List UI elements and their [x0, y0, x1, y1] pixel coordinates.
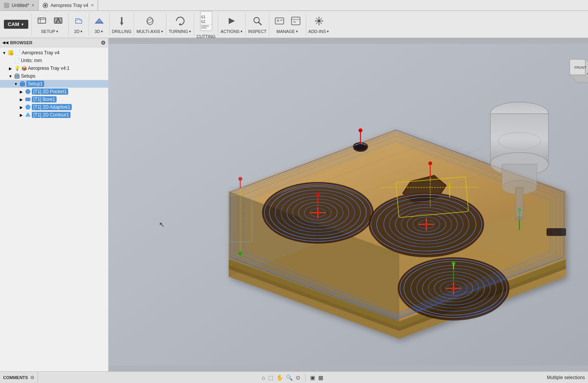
- multiaxis-btn[interactable]: [142, 15, 158, 28]
- 3d-group: 3D ▼: [89, 13, 110, 36]
- tree-toggle-component[interactable]: ▶: [8, 66, 13, 71]
- inspect-label: INSPECT: [248, 29, 267, 34]
- tree-toggle-setups[interactable]: ▼: [8, 74, 13, 78]
- svg-text:G1: G1: [201, 15, 205, 19]
- svg-point-95: [448, 182, 451, 185]
- viewport[interactable]: X Z FRONT BOTTOM ↖: [109, 38, 588, 371]
- browser-settings-icon[interactable]: ⚙: [101, 40, 106, 46]
- svg-text:FRONT: FRONT: [574, 66, 586, 69]
- setup-label: SETUP: [41, 29, 55, 34]
- tree-item-setups[interactable]: ▼ Setups: [0, 72, 108, 80]
- cam-group: CAM ▼: [2, 13, 32, 36]
- manage-icon-1: [274, 16, 285, 28]
- svg-rect-33: [26, 98, 30, 101]
- zoom-icon[interactable]: 🔍: [286, 374, 293, 381]
- tree-item-setup1[interactable]: ▼ Setup1: [0, 80, 108, 88]
- manage-group: % MANAGE ▼: [269, 13, 306, 36]
- manage-arrow-icon: ▼: [295, 30, 298, 33]
- home-icon[interactable]: ⌂: [262, 374, 265, 381]
- pan-icon[interactable]: ✋: [276, 374, 283, 381]
- svg-rect-15: [201, 28, 207, 28]
- 3d-btn[interactable]: [91, 15, 107, 28]
- tab-untitled-close[interactable]: ✕: [31, 3, 34, 7]
- svg-rect-14: [201, 26, 209, 26]
- separator: [305, 374, 305, 381]
- addins-btn[interactable]: [311, 15, 327, 28]
- svg-rect-29: [16, 74, 19, 76]
- svg-rect-2: [38, 18, 46, 23]
- svg-rect-140: [516, 187, 523, 218]
- addins-icon: [314, 16, 324, 28]
- svg-rect-19: [275, 18, 284, 24]
- tree-toggle-setup1[interactable]: ▼: [13, 82, 19, 86]
- 2d-arrow-icon: ▼: [80, 30, 83, 33]
- tree-icon-root: 🔒: [8, 50, 14, 56]
- tree-toggle-op2[interactable]: ▶: [19, 97, 24, 102]
- aeropress-icon: [43, 3, 48, 8]
- drilling-group: DRILLING: [110, 13, 134, 36]
- selection-status: Multiple selections: [547, 375, 585, 380]
- 3d-icon: [94, 16, 105, 28]
- tab-aeropress-close[interactable]: ✕: [91, 3, 94, 7]
- 2d-btn[interactable]: [71, 15, 86, 28]
- actions-group: ACTIONS ▼: [218, 13, 246, 36]
- tree-item-op3[interactable]: ▶ [T1] 2D Adaptive1: [0, 103, 108, 111]
- svg-marker-35: [26, 113, 30, 116]
- main-area: ◀◀ BROWSER ⚙ ▼ 🔒 📄 Aeropress Tray v4 📄 U…: [0, 38, 588, 371]
- tree-label-op1: [T1] 2D Pocket1: [32, 88, 68, 95]
- drilling-btn[interactable]: [114, 15, 129, 28]
- toolbar: CAM ▼ SETUP ▼: [0, 11, 588, 38]
- comments-label: COMMENTS: [3, 375, 28, 380]
- tree-toggle-op3[interactable]: ▶: [19, 105, 24, 109]
- inspect-btn[interactable]: [250, 15, 265, 28]
- svg-point-132: [238, 177, 242, 181]
- tree-label-setup1: Setup1: [26, 81, 44, 87]
- tree-doc-icon: 📄: [15, 50, 21, 56]
- tree-toggle-root[interactable]: ▼: [2, 51, 7, 55]
- cam-button[interactable]: CAM ▼: [4, 20, 28, 29]
- tree-icon-units: 📄: [14, 57, 20, 64]
- tree-icon-op4: [25, 112, 31, 118]
- turning-group: TURNING ▼: [166, 13, 194, 36]
- browser-title: BROWSER: [10, 40, 32, 45]
- fit-icon[interactable]: ⬚: [268, 374, 273, 381]
- svg-text:G2: G2: [201, 20, 205, 24]
- svg-point-91: [428, 161, 432, 165]
- 3d-label: 3D: [95, 29, 100, 34]
- cutting-btn[interactable]: G1 G2: [197, 10, 215, 33]
- actions-icon: [226, 16, 237, 28]
- tab-untitled[interactable]: Untitled* ✕: [0, 0, 39, 10]
- orbit-icon[interactable]: ⊙: [296, 374, 300, 381]
- display-mode-icon[interactable]: ▣: [310, 374, 315, 381]
- tab-aeropress[interactable]: Aeropress Tray v4 ✕: [39, 0, 98, 10]
- svg-point-34: [26, 105, 30, 109]
- svg-point-87: [425, 223, 428, 226]
- grid-icon[interactable]: ▦: [318, 374, 323, 381]
- setup-btn-1[interactable]: [34, 15, 50, 28]
- manage-btn-2[interactable]: %: [288, 15, 303, 28]
- svg-line-18: [259, 22, 261, 25]
- tree-toggle-op4[interactable]: ▶: [19, 113, 24, 117]
- tree-item-component[interactable]: ▶ 💡 📦 Aeropress Tray v4:1: [0, 64, 108, 72]
- tree-item-root[interactable]: ▼ 🔒 📄 Aeropress Tray v4: [0, 49, 108, 57]
- manage-btn-1[interactable]: [272, 15, 287, 28]
- tree-toggle-op1[interactable]: ▶: [19, 90, 24, 94]
- svg-marker-16: [229, 18, 235, 24]
- browser-collapse-icon[interactable]: ◀◀: [2, 40, 9, 45]
- cam-label: CAM: [8, 21, 19, 27]
- browser-panel: ◀◀ BROWSER ⚙ ▼ 🔒 📄 Aeropress Tray v4 📄 U…: [0, 38, 109, 371]
- setup-icon-1: [36, 16, 47, 28]
- setup-btn-2[interactable]: [50, 15, 66, 28]
- 3d-arrow-icon: ▼: [100, 30, 103, 33]
- tree-label-op2: [T1] Bore1: [32, 96, 57, 102]
- actions-btn[interactable]: [224, 15, 240, 28]
- svg-text:%: %: [293, 20, 296, 24]
- comments-expand-icon[interactable]: ⚙: [30, 375, 34, 380]
- tree-item-op1[interactable]: ▶ [T1] 2D Pocket1: [0, 88, 108, 95]
- svg-point-141: [516, 217, 523, 220]
- svg-point-71: [316, 192, 320, 196]
- tree-item-op4[interactable]: ▶ [T1] 2D Contour1: [0, 111, 108, 119]
- tree-item-op2[interactable]: ▶ [T1] Bore1: [0, 95, 108, 103]
- turning-btn[interactable]: [172, 15, 188, 28]
- svg-point-32: [26, 89, 30, 94]
